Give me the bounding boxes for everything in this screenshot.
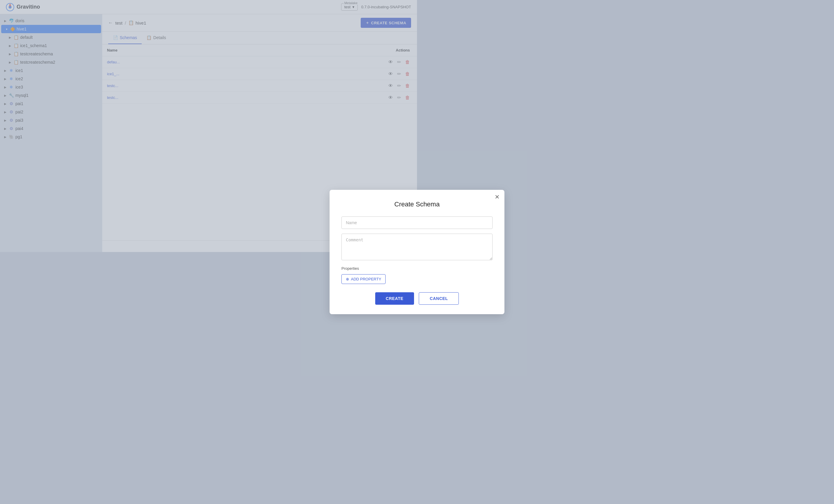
schema-comment-input[interactable] [342,234,417,252]
modal-overlay: ✕ Create Schema Properties ⊕ ADD PROPERT… [0,0,417,252]
schema-name-input[interactable] [342,216,417,229]
modal-title: Create Schema [342,201,417,208]
create-schema-modal: ✕ Create Schema Properties ⊕ ADD PROPERT… [330,190,417,252]
